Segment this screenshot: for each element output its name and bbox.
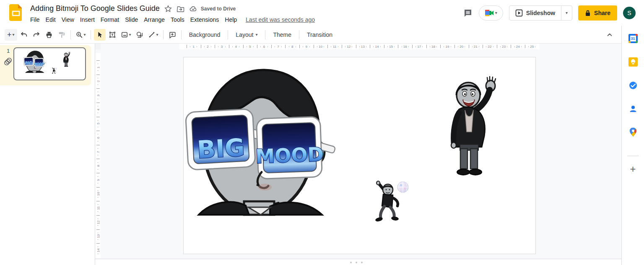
- insert-comment-button[interactable]: [166, 29, 178, 41]
- ruler-tick-cell: 22: [483, 44, 497, 49]
- menu-edit[interactable]: Edit: [43, 15, 59, 24]
- ruler-number: 9: [306, 45, 307, 49]
- keep-app-button[interactable]: [628, 57, 638, 67]
- ruler-tick-cell: 21: [469, 44, 483, 49]
- ruler-tick-cell: 18: [426, 44, 441, 49]
- menu-view[interactable]: View: [59, 15, 77, 24]
- get-addons-button[interactable]: +: [628, 164, 638, 174]
- share-button[interactable]: Share: [578, 5, 617, 21]
- ruler-number: 3: [221, 45, 223, 49]
- ruler-tick-cell: 8: [95, 159, 101, 173]
- menu-file[interactable]: File: [27, 15, 43, 24]
- hide-menus-button[interactable]: [604, 29, 615, 41]
- ruler-number: 14: [375, 45, 379, 49]
- calendar-day: 31: [631, 36, 635, 41]
- slideshow-button[interactable]: Slideshow: [509, 6, 561, 20]
- ruler-number: 14: [96, 248, 100, 252]
- undo-button[interactable]: [18, 29, 30, 41]
- last-edit-link[interactable]: Last edit was seconds ago: [246, 16, 315, 23]
- ruler-number: 4: [96, 108, 100, 110]
- ruler-tick-cell: 14: [95, 243, 101, 257]
- google-meet-icon: [485, 9, 494, 17]
- horizontal-ruler: 1234567891011121314151617181920212223242…: [179, 44, 540, 49]
- zoom-in-icon: [75, 31, 83, 39]
- ruler-tick-cell: 19: [440, 44, 454, 49]
- shape-button[interactable]: [134, 29, 145, 41]
- ruler-number: 1: [96, 67, 100, 68]
- contacts-app-button[interactable]: [628, 104, 638, 114]
- comment-history-icon[interactable]: [463, 8, 473, 18]
- plus-icon: +: [7, 31, 12, 39]
- ruler-corner: [95, 44, 101, 49]
- account-avatar[interactable]: S: [623, 7, 636, 19]
- redo-button[interactable]: [31, 29, 42, 41]
- layout-label: Layout: [236, 31, 253, 38]
- cursor-icon: [96, 31, 104, 39]
- move-to-folder-icon[interactable]: [177, 5, 185, 13]
- cloud-saved-icon[interactable]: [189, 5, 197, 13]
- ruler-tick-cell: 3: [95, 88, 101, 103]
- ruler-number: 11: [96, 206, 100, 210]
- zoom-button[interactable]: ▾: [74, 29, 88, 41]
- menu-format[interactable]: Format: [98, 15, 122, 24]
- theme-label: Theme: [273, 31, 291, 38]
- slideshow-button-group: Slideshow ▾: [509, 5, 572, 21]
- tasks-app-button[interactable]: [628, 80, 638, 90]
- star-icon[interactable]: [164, 5, 172, 13]
- ruler-tick-cell: 12: [342, 44, 356, 49]
- line-tool-button[interactable]: ▾: [146, 29, 160, 41]
- calendar-app-button[interactable]: 31: [628, 33, 638, 44]
- menu-extensions[interactable]: Extensions: [187, 15, 222, 24]
- insert-image-button[interactable]: ▾: [119, 29, 133, 41]
- slideshow-label: Slideshow: [526, 10, 555, 16]
- ruler-tick-cell: 7: [271, 44, 286, 49]
- theme-button[interactable]: Theme: [268, 29, 296, 41]
- slide-thumbnail[interactable]: [13, 47, 86, 80]
- ruler-number: 10: [319, 45, 322, 49]
- ruler-number: 19: [446, 45, 449, 49]
- ruler-number: 3: [96, 95, 100, 96]
- shape-icon: [136, 31, 143, 39]
- maps-app-button[interactable]: [628, 127, 638, 137]
- paint-format-button[interactable]: [56, 29, 68, 41]
- handle-dot: [361, 262, 363, 263]
- ruler-tick-cell: 13: [356, 44, 370, 49]
- vertical-ruler: 1234567891011121314: [95, 53, 101, 258]
- select-tool-button[interactable]: [94, 29, 106, 41]
- ruler-number: 10: [96, 192, 100, 196]
- menu-slide[interactable]: Slide: [122, 15, 141, 24]
- menu-help[interactable]: Help: [222, 15, 240, 24]
- handle-dot: [356, 262, 357, 263]
- ruler-tick-cell: 5: [243, 44, 257, 49]
- text-box-button[interactable]: [106, 29, 118, 41]
- share-label: Share: [594, 10, 610, 16]
- layout-button[interactable]: Layout ▾: [231, 29, 262, 41]
- transition-label: Transition: [307, 31, 332, 38]
- background-button[interactable]: Background: [184, 29, 226, 41]
- menu-insert[interactable]: Insert: [77, 15, 98, 24]
- toolbar-separator: [228, 30, 228, 39]
- speaker-notes-resize-handle[interactable]: [350, 262, 363, 263]
- google-slides-logo[interactable]: [9, 4, 22, 21]
- ruler-number: 6: [263, 45, 265, 49]
- print-button[interactable]: [43, 29, 55, 41]
- slideshow-options-caret[interactable]: ▾: [561, 6, 572, 20]
- slide-canvas[interactable]: [183, 57, 536, 254]
- menu-arrange[interactable]: Arrange: [141, 15, 168, 24]
- ruler-number: 2: [207, 45, 208, 49]
- ruler-tick-cell: 2: [95, 75, 101, 89]
- meet-call-button[interactable]: ▾: [479, 5, 503, 21]
- document-title[interactable]: Adding Bitmoji To Google Slides Guide: [30, 4, 160, 13]
- ruler-number: 12: [96, 220, 100, 224]
- new-slide-button[interactable]: + ▾: [5, 29, 17, 41]
- google-keep-icon: [628, 57, 638, 67]
- caret-down-icon: ▾: [566, 11, 568, 15]
- app-header: Adding Bitmoji To Google Slides Guide Sa…: [0, 0, 644, 26]
- ruler-tick-cell: 9: [299, 44, 314, 49]
- ruler-number: 24: [516, 45, 520, 49]
- transition-indicator-icon[interactable]: [3, 57, 13, 66]
- transition-button[interactable]: Transition: [302, 29, 338, 41]
- toolbar-separator: [265, 30, 265, 39]
- menu-tools[interactable]: Tools: [168, 15, 187, 24]
- toolbar-separator: [181, 30, 182, 39]
